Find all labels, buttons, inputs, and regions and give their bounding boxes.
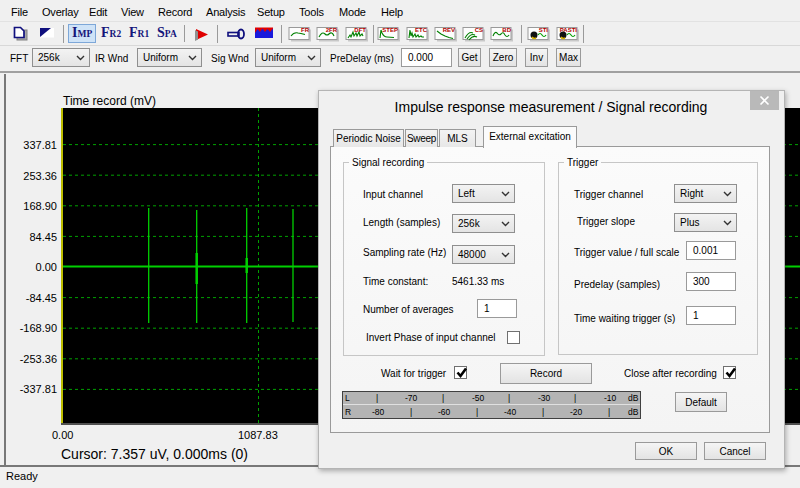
svg-text:2FR: 2FR <box>326 27 338 33</box>
svg-text:PASTI: PASTI <box>560 27 578 33</box>
svg-text:CS: CS <box>475 27 483 33</box>
svg-text:BD: BD <box>502 27 511 33</box>
svg-text:DFT: DFT <box>354 27 366 33</box>
svg-text:STEP: STEP <box>382 27 398 33</box>
svg-text:ETC: ETC <box>415 27 428 33</box>
svg-text:FR: FR <box>301 27 310 33</box>
svg-text:REV: REV <box>443 27 455 33</box>
svg-text:STI: STI <box>539 27 549 33</box>
